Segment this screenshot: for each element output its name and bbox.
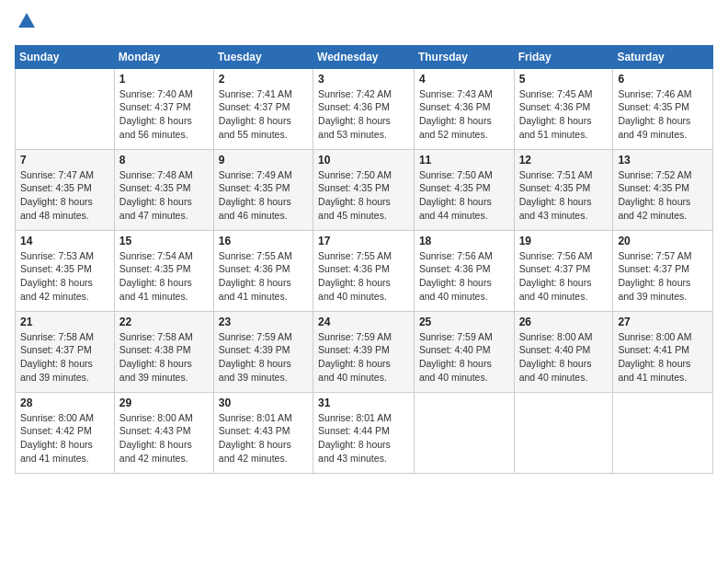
day-info: Sunrise: 8:00 AM Sunset: 4:43 PM Dayligh…: [119, 411, 209, 465]
calendar-cell: 24Sunrise: 7:59 AM Sunset: 4:39 PM Dayli…: [313, 311, 415, 392]
day-number: 11: [419, 154, 509, 167]
weekday-header-friday: Friday: [514, 45, 613, 68]
day-info: Sunrise: 7:46 AM Sunset: 4:35 PM Dayligh…: [618, 87, 708, 142]
calendar-cell: 27Sunrise: 8:00 AM Sunset: 4:41 PM Dayli…: [613, 311, 713, 392]
day-number: 1: [119, 73, 209, 86]
calendar-week-1: 1Sunrise: 7:40 AM Sunset: 4:37 PM Daylig…: [16, 68, 713, 149]
day-number: 26: [519, 316, 609, 328]
day-info: Sunrise: 7:45 AM Sunset: 4:36 PM Dayligh…: [519, 87, 609, 142]
day-number: 5: [519, 73, 609, 86]
calendar-cell: 26Sunrise: 8:00 AM Sunset: 4:40 PM Dayli…: [514, 311, 613, 392]
day-info: Sunrise: 7:48 AM Sunset: 4:35 PM Dayligh…: [119, 168, 209, 223]
day-number: 14: [20, 235, 109, 247]
day-number: 6: [618, 73, 708, 86]
day-number: 10: [318, 154, 409, 167]
day-number: 27: [618, 316, 708, 328]
day-info: Sunrise: 7:55 AM Sunset: 4:36 PM Dayligh…: [219, 249, 308, 304]
calendar-week-3: 14Sunrise: 7:53 AM Sunset: 4:35 PM Dayli…: [16, 230, 713, 311]
calendar-cell: 28Sunrise: 8:00 AM Sunset: 4:42 PM Dayli…: [16, 392, 115, 473]
day-number: 7: [20, 154, 109, 167]
day-number: 19: [519, 235, 609, 247]
day-info: Sunrise: 7:50 AM Sunset: 4:35 PM Dayligh…: [419, 168, 509, 223]
day-info: Sunrise: 7:52 AM Sunset: 4:35 PM Dayligh…: [618, 168, 708, 223]
day-number: 17: [318, 235, 409, 247]
day-info: Sunrise: 7:57 AM Sunset: 4:37 PM Dayligh…: [618, 249, 708, 304]
day-number: 12: [519, 154, 609, 167]
day-number: 15: [119, 235, 209, 247]
calendar-cell: 9Sunrise: 7:49 AM Sunset: 4:35 PM Daylig…: [213, 149, 313, 230]
calendar-cell: [16, 68, 115, 149]
weekday-header-wednesday: Wednesday: [313, 45, 415, 68]
day-number: 31: [318, 396, 409, 409]
calendar-cell: 16Sunrise: 7:55 AM Sunset: 4:36 PM Dayli…: [213, 230, 313, 311]
weekday-header-row: SundayMondayTuesdayWednesdayThursdayFrid…: [16, 45, 713, 68]
calendar-cell: 18Sunrise: 7:56 AM Sunset: 4:36 PM Dayli…: [414, 230, 514, 311]
calendar-cell: [613, 392, 713, 473]
calendar-cell: 23Sunrise: 7:59 AM Sunset: 4:39 PM Dayli…: [213, 311, 313, 392]
day-info: Sunrise: 7:59 AM Sunset: 4:39 PM Dayligh…: [318, 330, 409, 385]
calendar-cell: 30Sunrise: 8:01 AM Sunset: 4:43 PM Dayli…: [213, 392, 313, 473]
day-info: Sunrise: 7:59 AM Sunset: 4:40 PM Dayligh…: [419, 330, 509, 385]
calendar-cell: 8Sunrise: 7:48 AM Sunset: 4:35 PM Daylig…: [114, 149, 213, 230]
day-number: 16: [219, 235, 308, 247]
calendar-cell: 25Sunrise: 7:59 AM Sunset: 4:40 PM Dayli…: [414, 311, 514, 392]
day-info: Sunrise: 7:41 AM Sunset: 4:37 PM Dayligh…: [219, 87, 308, 142]
logo-icon: [17, 11, 37, 31]
calendar-week-4: 21Sunrise: 7:58 AM Sunset: 4:37 PM Dayli…: [16, 311, 713, 392]
day-info: Sunrise: 7:56 AM Sunset: 4:36 PM Dayligh…: [419, 249, 509, 304]
calendar-week-5: 28Sunrise: 8:00 AM Sunset: 4:42 PM Dayli…: [16, 392, 713, 473]
logo-text: [15, 11, 37, 36]
weekday-header-thursday: Thursday: [414, 45, 514, 68]
calendar-cell: 19Sunrise: 7:56 AM Sunset: 4:37 PM Dayli…: [514, 230, 613, 311]
calendar-cell: 17Sunrise: 7:55 AM Sunset: 4:36 PM Dayli…: [313, 230, 415, 311]
day-number: 13: [618, 154, 708, 167]
logo: [15, 11, 37, 36]
calendar-cell: [514, 392, 613, 473]
day-info: Sunrise: 7:56 AM Sunset: 4:37 PM Dayligh…: [519, 249, 609, 304]
day-number: 4: [419, 73, 509, 86]
calendar-cell: 13Sunrise: 7:52 AM Sunset: 4:35 PM Dayli…: [613, 149, 713, 230]
day-info: Sunrise: 7:40 AM Sunset: 4:37 PM Dayligh…: [119, 87, 209, 142]
page-container: SundayMondayTuesdayWednesdayThursdayFrid…: [0, 0, 728, 481]
day-number: 28: [20, 396, 109, 409]
day-number: 29: [119, 396, 209, 409]
day-number: 22: [119, 316, 209, 328]
day-info: Sunrise: 7:49 AM Sunset: 4:35 PM Dayligh…: [219, 168, 308, 223]
day-info: Sunrise: 7:55 AM Sunset: 4:36 PM Dayligh…: [318, 249, 409, 304]
calendar-cell: 31Sunrise: 8:01 AM Sunset: 4:44 PM Dayli…: [313, 392, 415, 473]
calendar-cell: 15Sunrise: 7:54 AM Sunset: 4:35 PM Dayli…: [114, 230, 213, 311]
day-info: Sunrise: 7:42 AM Sunset: 4:36 PM Dayligh…: [318, 87, 409, 142]
calendar-cell: 14Sunrise: 7:53 AM Sunset: 4:35 PM Dayli…: [16, 230, 115, 311]
day-info: Sunrise: 7:58 AM Sunset: 4:37 PM Dayligh…: [20, 330, 109, 385]
day-info: Sunrise: 8:01 AM Sunset: 4:43 PM Dayligh…: [219, 411, 308, 465]
calendar-cell: 22Sunrise: 7:58 AM Sunset: 4:38 PM Dayli…: [114, 311, 213, 392]
day-number: 25: [419, 316, 509, 328]
weekday-header-sunday: Sunday: [16, 45, 115, 68]
day-number: 8: [119, 154, 209, 167]
day-info: Sunrise: 8:00 AM Sunset: 4:42 PM Dayligh…: [20, 411, 109, 465]
day-number: 9: [219, 154, 308, 167]
day-info: Sunrise: 7:51 AM Sunset: 4:35 PM Dayligh…: [519, 168, 609, 223]
svg-marker-0: [18, 13, 35, 28]
calendar-table: SundayMondayTuesdayWednesdayThursdayFrid…: [15, 45, 713, 474]
calendar-cell: 1Sunrise: 7:40 AM Sunset: 4:37 PM Daylig…: [114, 68, 213, 149]
calendar-cell: 3Sunrise: 7:42 AM Sunset: 4:36 PM Daylig…: [313, 68, 415, 149]
weekday-header-monday: Monday: [114, 45, 213, 68]
day-info: Sunrise: 7:54 AM Sunset: 4:35 PM Dayligh…: [119, 249, 209, 304]
calendar-cell: 5Sunrise: 7:45 AM Sunset: 4:36 PM Daylig…: [514, 68, 613, 149]
day-info: Sunrise: 8:00 AM Sunset: 4:40 PM Dayligh…: [519, 330, 609, 385]
day-number: 2: [219, 73, 308, 86]
calendar-cell: 20Sunrise: 7:57 AM Sunset: 4:37 PM Dayli…: [613, 230, 713, 311]
day-number: 20: [618, 235, 708, 247]
day-info: Sunrise: 7:58 AM Sunset: 4:38 PM Dayligh…: [119, 330, 209, 385]
calendar-cell: 21Sunrise: 7:58 AM Sunset: 4:37 PM Dayli…: [16, 311, 115, 392]
calendar-cell: 11Sunrise: 7:50 AM Sunset: 4:35 PM Dayli…: [414, 149, 514, 230]
weekday-header-tuesday: Tuesday: [213, 45, 313, 68]
calendar-cell: 29Sunrise: 8:00 AM Sunset: 4:43 PM Dayli…: [114, 392, 213, 473]
day-info: Sunrise: 7:59 AM Sunset: 4:39 PM Dayligh…: [219, 330, 308, 385]
day-number: 30: [219, 396, 308, 409]
day-number: 21: [20, 316, 109, 328]
day-info: Sunrise: 7:47 AM Sunset: 4:35 PM Dayligh…: [20, 168, 109, 223]
day-info: Sunrise: 8:01 AM Sunset: 4:44 PM Dayligh…: [318, 411, 409, 465]
calendar-cell: 7Sunrise: 7:47 AM Sunset: 4:35 PM Daylig…: [16, 149, 115, 230]
